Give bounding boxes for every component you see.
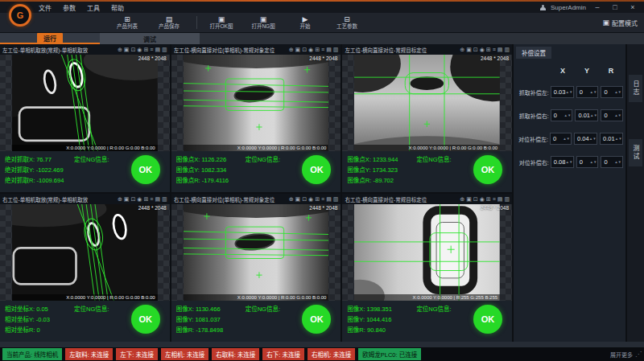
stepper-arrows-icon[interactable]: ▲▼ [565, 161, 573, 164]
menu-params[interactable]: 参数 [63, 3, 76, 12]
list-icon[interactable]: ≡ [493, 47, 496, 53]
resize-grip-icon[interactable]: ⋰ [635, 351, 642, 358]
zoom-icon[interactable]: ⊕ [460, 47, 464, 53]
close-button[interactable]: × [626, 3, 639, 11]
eye-icon[interactable]: ◉ [137, 47, 142, 53]
align-left-y-input[interactable]: 0.04▲▼ [574, 133, 597, 145]
compensation-tab[interactable]: 补偿设置 [516, 47, 551, 59]
tab-debug[interactable]: 调试 [100, 33, 200, 44]
stepper-arrows-icon[interactable]: ▲▼ [615, 137, 623, 141]
zoom-icon[interactable]: ⊕ [118, 47, 122, 53]
grid-icon[interactable]: ⊞ [143, 196, 148, 203]
stepper-arrows-icon[interactable]: ▲▼ [565, 91, 573, 94]
grid-icon[interactable]: ⊞ [486, 196, 491, 203]
zoom-icon[interactable]: ⊕ [289, 196, 294, 203]
zoom-icon[interactable]: ⊕ [289, 47, 294, 53]
eye-icon[interactable]: ◉ [480, 47, 485, 53]
process-params-button[interactable]: ⊟ 工艺参数 [331, 16, 363, 29]
pick-left-y-input[interactable]: 0▲▼ [576, 86, 599, 98]
list-icon[interactable]: ≡ [321, 196, 324, 203]
zoom-icon[interactable]: ⊕ [118, 196, 122, 203]
save-icon[interactable]: ▥ [162, 47, 167, 53]
layers-icon[interactable]: ▤ [155, 196, 160, 203]
eye-icon[interactable]: ◉ [480, 196, 485, 203]
layers-icon[interactable]: ▤ [155, 47, 160, 53]
zoom-icon[interactable]: ⊕ [460, 196, 464, 203]
stepper-arrows-icon[interactable]: ▲▼ [589, 137, 597, 141]
camera-image[interactable]: 2448 * 2048 X:0.0000 Y:0.0000 | R:0.00 G… [342, 55, 512, 151]
expand-more-label[interactable]: 展开更多 [610, 351, 633, 359]
minimize-button[interactable]: – [591, 3, 604, 11]
side-tab-test[interactable]: 测试 [629, 139, 642, 166]
stepper-arrows-icon[interactable]: ▲▼ [590, 114, 598, 117]
one-to-one-icon[interactable]: ⊡ [302, 47, 307, 53]
fit-image-icon[interactable]: ▣ [466, 47, 472, 53]
pick-right-x-input[interactable]: 0▲▼ [551, 109, 573, 121]
stepper-arrows-icon[interactable]: ▲▼ [563, 137, 571, 141]
fit-image-icon[interactable]: ▣ [295, 196, 301, 203]
camera-image[interactable]: 2448 * 2048 X:0.0000 Y:0.0000 | R:0.00 G… [0, 55, 170, 151]
stepper-arrows-icon[interactable]: ▲▼ [590, 91, 598, 94]
one-to-one-icon[interactable]: ⊡ [130, 196, 135, 203]
ok-status-badge[interactable]: OK [473, 155, 502, 184]
save-icon[interactable]: ▥ [162, 196, 167, 203]
one-to-one-icon[interactable]: ⊡ [302, 196, 307, 203]
grid-icon[interactable]: ⊞ [315, 47, 320, 53]
stepper-arrows-icon[interactable]: ▲▼ [614, 114, 622, 117]
pick-right-r-input[interactable]: 0▲▼ [601, 109, 623, 121]
open-ok-image-button[interactable]: ▣ 打开OK图 [205, 16, 237, 29]
fit-image-icon[interactable]: ▣ [124, 196, 130, 203]
pick-left-r-input[interactable]: 0▲▼ [601, 86, 623, 98]
fit-image-icon[interactable]: ▣ [295, 47, 301, 53]
eye-icon[interactable]: ◉ [308, 196, 313, 203]
save-icon[interactable]: ▥ [333, 196, 339, 203]
menu-file[interactable]: 文件 [39, 3, 52, 12]
align-right-y-input[interactable]: 0▲▼ [576, 156, 599, 168]
layers-icon[interactable]: ▤ [326, 47, 332, 53]
menu-help[interactable]: 帮助 [111, 3, 124, 12]
one-to-one-icon[interactable]: ⊡ [473, 196, 478, 203]
menu-tools[interactable]: 工具 [87, 3, 100, 12]
one-to-one-icon[interactable]: ⊡ [130, 47, 135, 53]
grid-icon[interactable]: ⊞ [315, 196, 320, 203]
maximize-button[interactable]: □ [609, 3, 621, 11]
tab-run[interactable]: 运行 [0, 33, 100, 44]
list-icon[interactable]: ≡ [150, 47, 153, 53]
align-right-x-input[interactable]: 0.08▲▼ [551, 156, 574, 168]
stepper-arrows-icon[interactable]: ▲▼ [590, 161, 598, 164]
save-product-button[interactable]: ▤ 产品保存 [153, 16, 185, 29]
fit-image-icon[interactable]: ▣ [124, 47, 130, 53]
one-to-one-icon[interactable]: ⊡ [473, 47, 478, 53]
ok-status-badge[interactable]: OK [473, 305, 502, 334]
layers-icon[interactable]: ▤ [497, 196, 503, 203]
grid-icon[interactable]: ⊞ [143, 47, 148, 53]
camera-image[interactable]: 2448 * 2048 X:0.0000 Y:0.0000 | R:255 G:… [342, 204, 512, 301]
pick-left-x-input[interactable]: 0.03▲▼ [551, 86, 574, 98]
user-name[interactable]: SuperAdmin [551, 4, 586, 11]
list-icon[interactable]: ≡ [321, 47, 324, 53]
list-icon[interactable]: ≡ [493, 196, 496, 203]
ok-status-badge[interactable]: OK [131, 155, 160, 184]
save-icon[interactable]: ▥ [504, 47, 510, 53]
align-left-r-input[interactable]: 0.01▲▼ [600, 133, 623, 145]
ok-status-badge[interactable]: OK [131, 305, 160, 334]
camera-image[interactable]: 2448 * 2048 X:0.0000 Y:0.0000 | R:0.00 G… [0, 204, 170, 301]
eye-icon[interactable]: ◉ [308, 47, 313, 53]
pick-right-y-input[interactable]: 0.01▲▼ [575, 109, 598, 121]
layers-icon[interactable]: ▤ [326, 196, 332, 203]
config-mode-button[interactable]: ▣ 配置模式 [602, 18, 638, 27]
stepper-arrows-icon[interactable]: ▲▼ [614, 91, 622, 94]
product-list-button[interactable]: ⊞ 产品列表 [111, 16, 143, 29]
save-icon[interactable]: ▥ [333, 47, 339, 53]
camera-image[interactable]: 2448 * 2048 X:0.0000 Y:0.0000 | R:0.00 G… [171, 55, 341, 151]
align-left-x-input[interactable]: 0▲▼ [550, 133, 572, 145]
align-right-r-input[interactable]: 0▲▼ [601, 156, 623, 168]
layers-icon[interactable]: ▤ [497, 47, 503, 53]
eye-icon[interactable]: ◉ [137, 196, 142, 203]
fit-image-icon[interactable]: ▣ [466, 196, 472, 203]
open-ng-image-button[interactable]: ▣ 打开NG图 [247, 16, 279, 29]
stepper-arrows-icon[interactable]: ▲▼ [614, 161, 622, 164]
start-button[interactable]: ▶ 开始 [289, 16, 321, 29]
grid-icon[interactable]: ⊞ [486, 47, 491, 53]
camera-image[interactable]: 2448 * 2048 X:0.0000 Y:0.0000 | R:0.00 G… [171, 204, 341, 301]
